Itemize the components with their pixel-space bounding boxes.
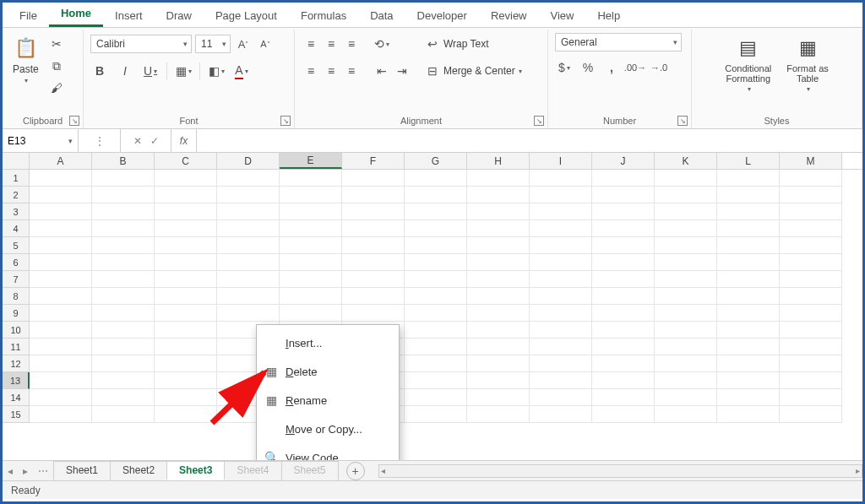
- cell[interactable]: [155, 389, 217, 406]
- cell[interactable]: [655, 254, 717, 271]
- align-top-icon[interactable]: ≡: [302, 35, 320, 53]
- cell[interactable]: [467, 254, 530, 271]
- cell[interactable]: [592, 187, 655, 203]
- cell[interactable]: [405, 271, 467, 288]
- cell[interactable]: [592, 170, 655, 187]
- decrease-decimal-icon[interactable]: →.0: [650, 58, 668, 77]
- row-header[interactable]: 1: [3, 170, 30, 187]
- sheet-tab-sheet1[interactable]: Sheet1: [53, 461, 111, 480]
- cell[interactable]: [92, 203, 155, 220]
- comma-icon[interactable]: ,: [602, 58, 621, 77]
- cell[interactable]: [780, 322, 842, 339]
- cell[interactable]: [530, 406, 592, 423]
- cell[interactable]: [467, 187, 530, 203]
- menu-tab-developer[interactable]: Developer: [405, 4, 479, 27]
- cell[interactable]: [155, 254, 217, 271]
- cell[interactable]: [655, 322, 717, 339]
- align-left-icon[interactable]: ≡: [302, 62, 320, 80]
- cell[interactable]: [342, 203, 405, 220]
- cell[interactable]: [530, 288, 592, 305]
- dialog-launcher-icon[interactable]: ↘: [280, 116, 291, 126]
- cancel-formula-icon[interactable]: ✕: [133, 135, 142, 147]
- cell[interactable]: [717, 305, 780, 322]
- cell[interactable]: [280, 288, 342, 305]
- cell[interactable]: [717, 406, 780, 423]
- format-as-table-button[interactable]: ▦ Format as Table▾: [783, 33, 832, 95]
- cell[interactable]: [780, 355, 842, 372]
- cell[interactable]: [405, 406, 467, 423]
- column-header[interactable]: M: [780, 153, 842, 169]
- menu-tab-review[interactable]: Review: [479, 4, 539, 27]
- row-header[interactable]: 12: [3, 355, 30, 372]
- row-header[interactable]: 4: [3, 220, 30, 237]
- cell[interactable]: [530, 271, 592, 288]
- cell[interactable]: [155, 237, 217, 254]
- cell[interactable]: [530, 355, 592, 372]
- font-color-icon[interactable]: A▾: [232, 62, 251, 80]
- row-header[interactable]: 6: [3, 254, 30, 271]
- cell[interactable]: [30, 305, 92, 322]
- column-header[interactable]: E: [280, 153, 342, 169]
- cell[interactable]: [592, 271, 655, 288]
- column-header[interactable]: H: [467, 153, 530, 169]
- cell[interactable]: [280, 271, 342, 288]
- column-header[interactable]: C: [155, 153, 217, 169]
- cell[interactable]: [280, 203, 342, 220]
- cell[interactable]: [467, 220, 530, 237]
- cell[interactable]: [92, 355, 155, 372]
- cell[interactable]: [592, 237, 655, 254]
- cell[interactable]: [780, 288, 842, 305]
- cell[interactable]: [655, 355, 717, 372]
- row-header[interactable]: 8: [3, 288, 30, 305]
- menu-tab-view[interactable]: View: [539, 4, 586, 27]
- cell[interactable]: [655, 406, 717, 423]
- cell[interactable]: [155, 355, 217, 372]
- row-header[interactable]: 13: [3, 372, 30, 389]
- cell[interactable]: [217, 254, 280, 271]
- row-header[interactable]: 11: [3, 339, 30, 355]
- enter-formula-icon[interactable]: ✓: [150, 135, 159, 147]
- tab-scroll-last-icon[interactable]: ▸: [23, 465, 28, 477]
- cell[interactable]: [530, 372, 592, 389]
- cell[interactable]: [655, 187, 717, 203]
- menu-tab-help[interactable]: Help: [585, 4, 632, 27]
- cut-icon[interactable]: ✂: [47, 35, 66, 53]
- cell[interactable]: [717, 389, 780, 406]
- sheet-tab-sheet4[interactable]: Sheet4: [224, 461, 281, 480]
- horizontal-scrollbar[interactable]: ◂▸: [378, 464, 862, 478]
- orientation-icon[interactable]: ⟲▾: [373, 35, 391, 53]
- menu-tab-page-layout[interactable]: Page Layout: [204, 4, 289, 27]
- cell[interactable]: [405, 170, 467, 187]
- column-header[interactable]: L: [717, 153, 780, 169]
- cell[interactable]: [92, 372, 155, 389]
- cell[interactable]: [530, 339, 592, 355]
- row-header[interactable]: 15: [3, 406, 30, 423]
- cell[interactable]: [405, 187, 467, 203]
- row-header[interactable]: 3: [3, 203, 30, 220]
- cell[interactable]: [92, 339, 155, 355]
- decrease-indent-icon[interactable]: ⇤: [373, 62, 391, 80]
- cell[interactable]: [780, 305, 842, 322]
- cell[interactable]: [780, 170, 842, 187]
- cell[interactable]: [155, 305, 217, 322]
- column-header[interactable]: D: [217, 153, 280, 169]
- cell[interactable]: [467, 203, 530, 220]
- cell[interactable]: [217, 203, 280, 220]
- cell[interactable]: [780, 220, 842, 237]
- formula-input[interactable]: [197, 129, 862, 152]
- cell[interactable]: [717, 271, 780, 288]
- select-all-cell[interactable]: [3, 153, 30, 169]
- menu-tab-file[interactable]: File: [8, 4, 49, 27]
- cell[interactable]: [467, 389, 530, 406]
- new-sheet-button[interactable]: +: [346, 462, 365, 480]
- borders-icon[interactable]: ▦▾: [174, 62, 193, 80]
- row-header[interactable]: 5: [3, 237, 30, 254]
- cell[interactable]: [342, 187, 405, 203]
- cell[interactable]: [655, 339, 717, 355]
- cell[interactable]: [405, 288, 467, 305]
- cell[interactable]: [30, 355, 92, 372]
- cell[interactable]: [217, 237, 280, 254]
- sheet-tab-sheet2[interactable]: Sheet2: [110, 461, 167, 480]
- cell[interactable]: [717, 170, 780, 187]
- row-header[interactable]: 2: [3, 187, 30, 203]
